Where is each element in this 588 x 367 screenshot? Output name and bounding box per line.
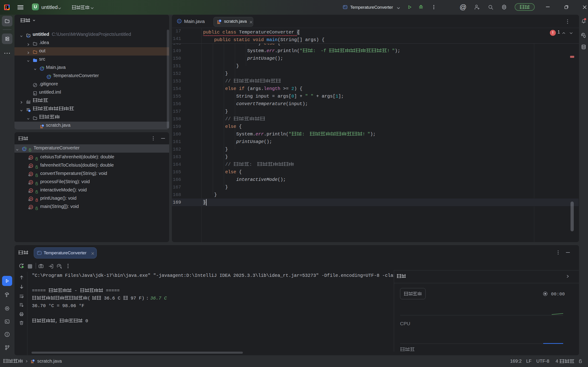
svg-text:C: C	[178, 20, 180, 23]
